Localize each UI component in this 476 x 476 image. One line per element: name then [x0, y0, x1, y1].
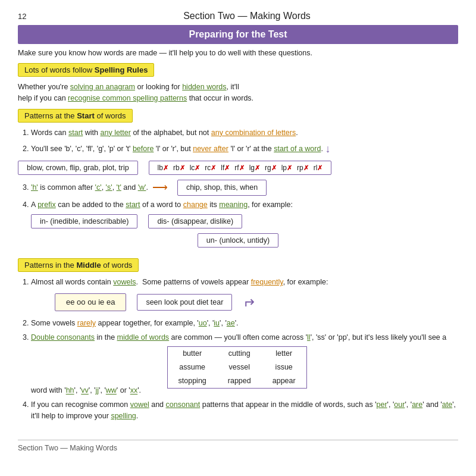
- any-combination-link[interactable]: any combination of letters: [211, 129, 296, 137]
- middle-of-words-link[interactable]: middle of words: [117, 333, 170, 342]
- vowel-link2[interactable]: vowel: [130, 400, 149, 409]
- never-after-link[interactable]: never after: [193, 145, 228, 153]
- spelling-rules-heading: Lots of words follow Spelling Rules: [18, 63, 154, 77]
- pattern-middle-item3: Double consonants in the middle of words…: [31, 332, 458, 397]
- c-link[interactable]: 'c': [95, 183, 102, 192]
- patterns-start-list-2: 'h' is common after 'c', 's', 't' and 'w…: [18, 180, 458, 211]
- pattern-middle-item4: If you can recognise common vowel and co…: [31, 399, 458, 422]
- page-number: 12: [18, 12, 36, 21]
- vowels-link[interactable]: vowels: [113, 278, 136, 286]
- pattern-start-item2: You'll see 'b', 'c', 'fl', 'g', 'p' or '…: [31, 141, 458, 157]
- page-header: 12 Section Two — Making Words: [18, 11, 458, 21]
- patterns-start-heading: Patterns at the Start of words: [18, 109, 133, 123]
- jj-link[interactable]: jj: [96, 387, 99, 395]
- page: 12 Section Two — Making Words Preparing …: [12, 0, 464, 464]
- pattern-middle-item1: Almost all words contain vowels. Some pa…: [31, 277, 458, 313]
- double-consonant-table: buttercuttingletter assumevesselissue st…: [167, 346, 307, 388]
- valid-examples-box: blow, crown, flip, grab, plot, trip: [18, 161, 138, 175]
- ll-link[interactable]: ll: [307, 333, 311, 342]
- pattern-start-item3: 'h' is common after 'c', 's', 't' and 'w…: [31, 180, 458, 196]
- hidden-words-link[interactable]: hidden words: [182, 83, 226, 91]
- prefix-row: in- (inedible, indescribable) dis- (disa…: [31, 214, 458, 228]
- w-link[interactable]: 'w': [138, 183, 146, 192]
- prefix-link[interactable]: prefix: [37, 201, 56, 209]
- ae-link[interactable]: ae: [227, 319, 235, 327]
- spelling-patterns-link[interactable]: recognise common spelling patterns: [68, 94, 187, 102]
- per-link[interactable]: per: [377, 400, 387, 409]
- frequently-link[interactable]: frequently: [251, 278, 283, 286]
- intro-text: Make sure you know how words are made — …: [18, 49, 458, 57]
- vowel-example-box: seen look pout diet tear: [137, 294, 232, 311]
- rarely-link[interactable]: rarely: [77, 319, 96, 327]
- hh-link[interactable]: hh: [66, 387, 74, 395]
- start-link[interactable]: start: [68, 129, 83, 137]
- section-banner: Preparing for the Test: [18, 25, 458, 44]
- curved-arrow-icon: ↵: [243, 292, 255, 313]
- down-arrow-icon: ↓: [325, 141, 330, 157]
- page-title: Section Two — Making Words: [36, 11, 458, 21]
- vv-link[interactable]: vv: [81, 387, 89, 395]
- start-of-word-link[interactable]: start of a word: [274, 145, 321, 153]
- uo-link[interactable]: uo: [199, 319, 207, 327]
- xx-link[interactable]: xx: [130, 387, 138, 395]
- patterns-start-list: Words can start with any letter of the a…: [18, 127, 458, 158]
- start-examples-row: blow, crown, flip, grab, plot, trip lb✗ …: [18, 161, 458, 175]
- s-link[interactable]: 's': [106, 183, 112, 192]
- prefix-un-box: un- (unlock, untidy): [198, 233, 278, 248]
- ww-link[interactable]: ww: [106, 387, 117, 395]
- t-link[interactable]: 't': [117, 183, 121, 192]
- patterns-middle-list: Almost all words contain vowels. Some pa…: [18, 277, 458, 422]
- patterns-middle-heading: Patterns in the Middle of words: [18, 258, 139, 272]
- are-link[interactable]: are: [412, 400, 422, 409]
- section-footer: Section Two — Making Words: [18, 440, 458, 452]
- ate-link[interactable]: ate: [442, 400, 452, 409]
- pattern-middle-item2: Some vowels rarely appear together, for …: [31, 318, 458, 329]
- prefix-un-row: un- (unlock, untidy): [18, 233, 458, 248]
- spelling-link[interactable]: spelling: [111, 412, 136, 420]
- our-link[interactable]: our: [394, 400, 405, 409]
- vowel-pattern-box: ee oo ou ie ea: [55, 293, 126, 311]
- chip-examples-box: chip, shop, this, when: [177, 180, 267, 196]
- prefix-in-box: in- (inedible, indescribable): [31, 214, 137, 228]
- any-letter-link[interactable]: any letter: [101, 129, 131, 137]
- vowel-row: ee oo ou ie ea seen look pout diet tear …: [55, 292, 458, 313]
- pattern-start-item1: Words can start with any letter of the a…: [31, 127, 458, 139]
- anagram-link[interactable]: solving an anagram: [70, 83, 135, 91]
- prefix-dis-box: dis- (disappear, dislike): [148, 214, 242, 228]
- section1-body: Whether you're solving an anagram or loo…: [18, 82, 458, 104]
- consonant-link[interactable]: consonant: [166, 400, 201, 409]
- double-consonants-link[interactable]: Double consonants: [31, 333, 95, 342]
- invalid-examples-box: lb✗ rb✗ lc✗ rc✗ lf✗ rf✗ lg✗ rg✗ lp✗ rp✗ …: [149, 161, 332, 175]
- h-link[interactable]: 'h': [31, 183, 38, 192]
- change-link[interactable]: change: [183, 201, 208, 209]
- before-link[interactable]: before: [133, 145, 154, 153]
- pattern-start-item4: A prefix can be added to the start of a …: [31, 199, 458, 211]
- right-arrow-icon: ⟶: [152, 180, 168, 196]
- start-link2[interactable]: start: [126, 201, 140, 209]
- iu-link[interactable]: iu: [214, 319, 220, 327]
- meaning-link[interactable]: meaning: [219, 201, 248, 209]
